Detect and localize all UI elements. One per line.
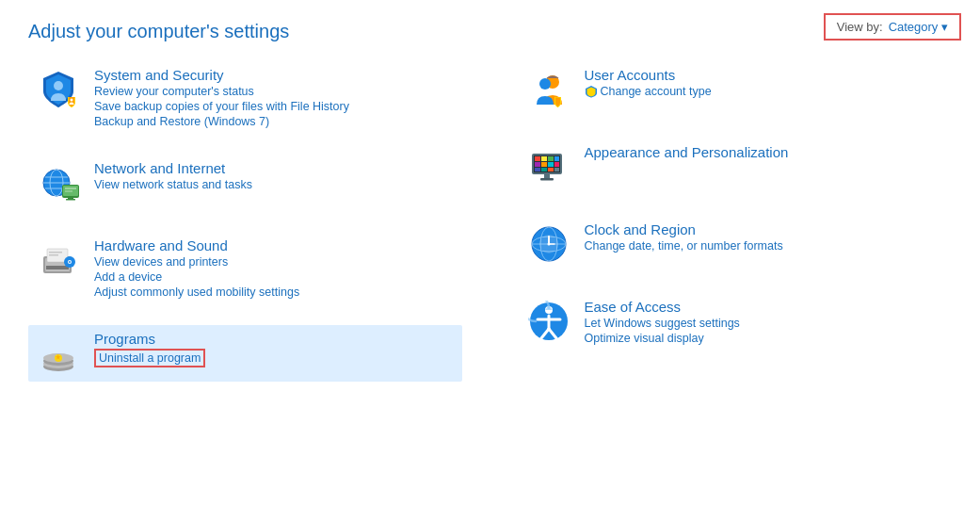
right-column: User Accounts Change account type: [481, 61, 953, 402]
svg-rect-43: [548, 168, 554, 171]
svg-rect-37: [535, 162, 540, 167]
category-appearance: Appearance and Personalization: [519, 139, 953, 195]
svg-rect-40: [554, 162, 559, 167]
system-security-icon: [36, 67, 81, 112]
svg-point-22: [69, 261, 71, 263]
clock-region-title[interactable]: Clock and Region: [585, 221, 783, 237]
category-hardware-sound: Hardware and Sound View devices and prin…: [28, 232, 462, 304]
svg-rect-46: [540, 178, 554, 181]
system-security-link-3[interactable]: Backup and Restore (Windows 7): [94, 115, 349, 128]
network-internet-link-1[interactable]: View network status and tasks: [94, 178, 252, 191]
svg-rect-39: [548, 162, 554, 167]
ease-of-access-link-1[interactable]: Let Windows suggest settings: [585, 317, 740, 330]
clock-region-text: Clock and Region Change date, time, or n…: [585, 221, 783, 253]
appearance-title[interactable]: Appearance and Personalization: [585, 144, 789, 160]
svg-rect-34: [541, 156, 547, 161]
svg-rect-18: [49, 254, 58, 256]
programs-title[interactable]: Programs: [94, 331, 205, 347]
left-column: System and Security Review your computer…: [28, 61, 481, 402]
view-by-value[interactable]: Category ▾: [889, 20, 948, 34]
svg-rect-36: [554, 156, 559, 161]
shield-small-icon: [585, 85, 598, 98]
svg-rect-35: [548, 156, 554, 161]
svg-rect-44: [554, 168, 559, 171]
clock-region-icon: [526, 221, 571, 267]
view-by-label: View by:: [837, 20, 883, 34]
svg-point-0: [54, 81, 63, 90]
hardware-sound-link-2[interactable]: Add a device: [94, 270, 299, 284]
system-security-link-2[interactable]: Save backup copies of your files with Fi…: [94, 100, 349, 113]
programs-uninstall-link[interactable]: Uninstall a program: [94, 349, 205, 367]
category-ease-of-access: Ease of Access Let Windows suggest setti…: [519, 293, 953, 351]
system-security-title[interactable]: System and Security: [94, 67, 349, 83]
hardware-sound-link-1[interactable]: View devices and printers: [94, 255, 299, 269]
network-internet-text: Network and Internet View network status…: [94, 160, 252, 191]
ease-of-access-text: Ease of Access Let Windows suggest setti…: [585, 299, 740, 345]
category-programs: Programs Uninstall a program: [28, 325, 462, 382]
system-security-text: System and Security Review your computer…: [94, 67, 349, 128]
clock-region-link-1[interactable]: Change date, time, or number formats: [585, 239, 783, 253]
svg-point-30: [539, 78, 551, 90]
appearance-icon: [526, 144, 571, 189]
svg-rect-17: [49, 252, 62, 253]
hardware-sound-text: Hardware and Sound View devices and prin…: [94, 237, 299, 299]
svg-rect-11: [66, 199, 75, 201]
user-accounts-text: User Accounts Change account type: [585, 67, 712, 98]
network-internet-title[interactable]: Network and Internet: [94, 160, 252, 176]
category-network-internet: Network and Internet View network status…: [28, 155, 462, 211]
programs-text: Programs Uninstall a program: [94, 331, 205, 367]
ease-of-access-link-2[interactable]: Optimize visual display: [585, 332, 740, 345]
user-accounts-link-1[interactable]: Change account type: [601, 85, 712, 98]
category-clock-region: Clock and Region Change date, time, or n…: [519, 216, 953, 272]
svg-point-2: [71, 99, 73, 102]
category-user-accounts: User Accounts Change account type: [519, 61, 953, 118]
appearance-text: Appearance and Personalization: [585, 144, 789, 160]
ease-of-access-icon: [526, 299, 571, 344]
network-internet-icon: [36, 160, 81, 205]
user-accounts-title[interactable]: User Accounts: [585, 67, 712, 83]
ease-of-access-title[interactable]: Ease of Access: [585, 299, 740, 315]
svg-rect-41: [535, 168, 540, 171]
svg-rect-19: [46, 266, 69, 269]
view-by-box[interactable]: View by: Category ▾: [824, 13, 961, 41]
user-accounts-icon: [526, 67, 571, 112]
svg-rect-33: [535, 156, 540, 161]
programs-icon: [36, 331, 81, 376]
system-security-link-1[interactable]: Review your computer's status: [94, 85, 349, 98]
category-system-security: System and Security Review your computer…: [28, 61, 462, 134]
hardware-sound-title[interactable]: Hardware and Sound: [94, 237, 299, 253]
svg-rect-42: [541, 168, 547, 171]
svg-rect-38: [541, 162, 547, 167]
hardware-sound-icon: [36, 237, 81, 283]
hardware-sound-link-3[interactable]: Adjust commonly used mobility settings: [94, 286, 299, 299]
